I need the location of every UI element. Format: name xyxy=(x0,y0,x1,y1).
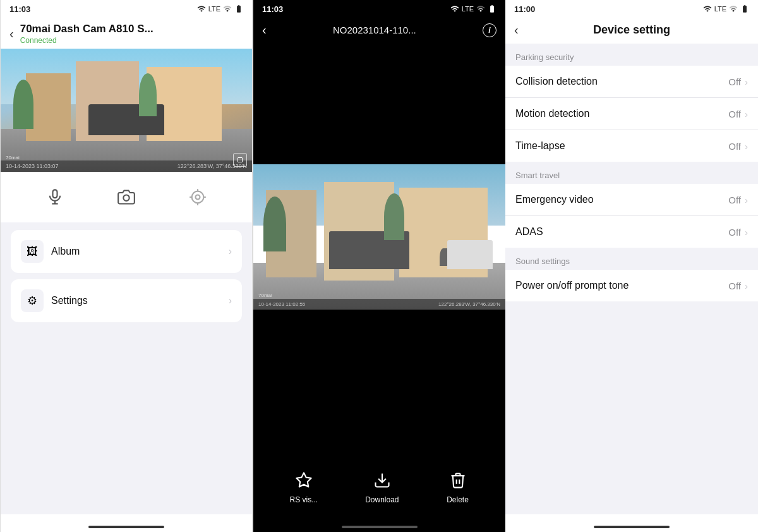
section-label-parking: Parking security xyxy=(505,44,758,66)
smart-travel-settings-group: Emergency video Off › ADAS Off › xyxy=(505,184,758,248)
settings-chevron: › xyxy=(229,295,232,306)
collision-detection-label: Collision detection xyxy=(515,76,728,87)
power-prompt-row[interactable]: Power on/off prompt tone Off › xyxy=(505,270,758,301)
home-bar-p3 xyxy=(594,526,670,528)
emergency-video-row[interactable]: Emergency video Off › xyxy=(505,184,758,216)
cam-timestamp-p1: 10-14-2023 11:03:07 xyxy=(6,163,59,169)
motion-detection-row[interactable]: Motion detection Off › xyxy=(505,98,758,130)
video-filename: NO20231014-110... xyxy=(333,25,416,35)
collision-detection-value: Off xyxy=(728,76,741,87)
signal-icon-p2 xyxy=(476,4,485,13)
battery-icon-p3 xyxy=(740,4,749,13)
adas-row[interactable]: ADAS Off › xyxy=(505,216,758,248)
motion-detection-chevron: › xyxy=(745,109,748,119)
power-prompt-label: Power on/off prompt tone xyxy=(515,280,728,291)
delete-icon xyxy=(447,469,469,492)
svg-point-3 xyxy=(123,195,129,201)
settings-page-title: Device setting xyxy=(527,23,737,37)
settings-icon: ⚙ xyxy=(21,289,44,312)
emergency-video-chevron: › xyxy=(745,195,748,205)
adas-label: ADAS xyxy=(515,226,728,238)
svg-rect-0 xyxy=(53,190,57,198)
carrier-p3: LTE xyxy=(714,5,726,13)
status-icons-p3: LTE xyxy=(703,4,749,13)
target-icon xyxy=(184,183,212,211)
status-time-p2: 11:03 xyxy=(262,4,283,14)
svg-point-5 xyxy=(195,195,200,200)
motion-detection-value: Off xyxy=(728,109,741,119)
wifi-icon-p3 xyxy=(703,4,712,13)
status-icons-p2: LTE xyxy=(450,4,496,13)
signal-icon-p1 xyxy=(223,4,232,13)
settings-card: ⚙ Settings › xyxy=(11,279,242,322)
emergency-video-label: Emergency video xyxy=(515,194,728,205)
video-segment-middle[interactable]: 10-14-2023 11:02:55 122°26.283'W, 37°46.… xyxy=(253,164,505,310)
rs-vis-button[interactable]: RS vis... xyxy=(289,469,318,504)
mic-button[interactable] xyxy=(41,183,69,211)
home-indicator-p3 xyxy=(505,514,758,532)
album-card: 🖼 Album › xyxy=(11,230,242,273)
info-button[interactable]: i xyxy=(483,23,496,37)
time-lapse-chevron: › xyxy=(745,141,748,152)
camera-controls xyxy=(1,172,252,222)
download-button[interactable]: Download xyxy=(365,469,399,504)
home-bar-p1 xyxy=(88,526,164,528)
watermark-p2: 70mai xyxy=(258,293,272,298)
video-coords-p2: 122°26.283'W, 37°46.330'N xyxy=(438,301,500,307)
cam-scene-p2 xyxy=(253,164,505,310)
target-button[interactable] xyxy=(184,183,212,211)
settings-menu-item[interactable]: ⚙ Settings › xyxy=(21,279,232,322)
back-button-p2[interactable]: ‹ xyxy=(262,23,267,37)
tree-p2-2 xyxy=(384,193,404,240)
status-bar-p1: 11:03 LTE xyxy=(1,0,252,18)
battery-icon-p1 xyxy=(234,4,243,13)
settings-content: Parking security Collision detection Off… xyxy=(505,44,758,514)
tree-1 xyxy=(13,80,33,129)
device-title: 70mai Dash Cam A810 S... xyxy=(20,23,243,35)
svg-marker-10 xyxy=(296,473,311,487)
carrier-p2: LTE xyxy=(462,5,474,13)
video-timestamp-p2: 10-14-2023 11:02:55 xyxy=(258,301,305,307)
svg-point-4 xyxy=(191,191,203,203)
status-bar-p3: 11:00 LTE xyxy=(505,0,758,18)
mic-icon xyxy=(41,183,69,211)
time-lapse-row[interactable]: Time-lapse Off › xyxy=(505,130,758,162)
p3-header: ‹ Device setting xyxy=(505,18,758,44)
power-prompt-value: Off xyxy=(728,281,741,291)
video-segment-top xyxy=(253,41,505,164)
section-label-sound: Sound settings xyxy=(505,248,758,270)
album-icon: 🖼 xyxy=(21,240,44,263)
collision-detection-row[interactable]: Collision detection Off › xyxy=(505,66,758,98)
download-label: Download xyxy=(365,495,399,504)
section-label-smart-travel: Smart travel xyxy=(505,162,758,184)
sound-settings-group: Power on/off prompt tone Off › xyxy=(505,270,758,301)
video-segment-bottom xyxy=(253,310,505,459)
album-menu-item[interactable]: 🖼 Album › xyxy=(21,230,232,273)
tree-2 xyxy=(139,73,157,116)
wifi-icon-p2 xyxy=(450,4,459,13)
emergency-video-value: Off xyxy=(728,195,741,205)
snapshot-button[interactable] xyxy=(112,183,140,211)
album-label: Album xyxy=(51,246,229,257)
delete-button[interactable]: Delete xyxy=(447,469,469,504)
status-bar-p2: 11:03 LTE xyxy=(253,0,505,18)
p2-header: ‹ NO20231014-110... i xyxy=(253,18,505,41)
white-car-p2 xyxy=(447,240,493,269)
panel-video-playback: 11:03 LTE ‹ NO20231014-110... i xyxy=(253,0,505,532)
power-prompt-chevron: › xyxy=(745,281,748,291)
back-button-p1[interactable]: ‹ xyxy=(9,27,14,41)
fullscreen-button[interactable] xyxy=(233,153,247,167)
status-icons-p1: LTE xyxy=(197,4,243,13)
p1-header: ‹ 70mai Dash Cam A810 S... Connected xyxy=(1,18,252,49)
carrier-p1: LTE xyxy=(208,5,220,13)
back-button-p3[interactable]: ‹ xyxy=(514,23,527,37)
home-indicator-p1 xyxy=(1,514,252,532)
home-bar-p2 xyxy=(342,526,418,528)
camera-preview-p1[interactable]: 10-14-2023 11:03:07 122°26.283'W, 37°46.… xyxy=(1,49,252,172)
settings-label: Settings xyxy=(51,295,229,306)
signal-icon-p3 xyxy=(729,4,738,13)
home-indicator-p2 xyxy=(253,514,505,532)
rs-vis-label: RS vis... xyxy=(289,495,318,504)
wifi-icon-p1 xyxy=(197,4,206,13)
video-overlay-p2: 10-14-2023 11:02:55 122°26.283'W, 37°46.… xyxy=(253,299,505,310)
